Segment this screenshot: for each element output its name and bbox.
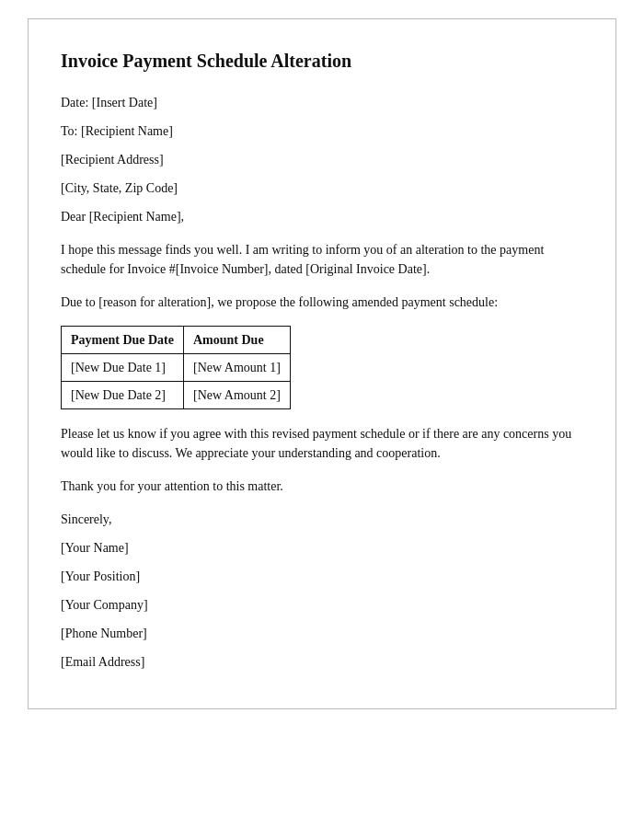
paragraph-4: Thank you for your attention to this mat…	[61, 477, 583, 497]
email-address: [Email Address]	[61, 652, 583, 672]
table-row: [New Due Date 1] [New Amount 1]	[62, 353, 291, 381]
city-line: [City, State, Zip Code]	[61, 178, 583, 198]
due-date-1: [New Due Date 1]	[62, 353, 184, 381]
document-title: Invoice Payment Schedule Alteration	[61, 47, 583, 75]
paragraph-2: Due to [reason for alteration], we propo…	[61, 293, 583, 313]
amount-1: [New Amount 1]	[183, 353, 290, 381]
col-header-amount-due: Amount Due	[183, 326, 290, 353]
amount-2: [New Amount 2]	[183, 381, 290, 408]
salutation: Dear [Recipient Name],	[61, 207, 583, 227]
table-header-row: Payment Due Date Amount Due	[62, 326, 291, 353]
closing: Sincerely,	[61, 510, 583, 529]
table-row: [New Due Date 2] [New Amount 2]	[62, 381, 291, 408]
date-line: Date: [Insert Date]	[61, 93, 583, 112]
page-container: Invoice Payment Schedule Alteration Date…	[0, 0, 644, 828]
phone-number: [Phone Number]	[61, 624, 583, 643]
your-name: [Your Name]	[61, 538, 583, 558]
document: Invoice Payment Schedule Alteration Date…	[28, 18, 616, 709]
col-header-due-date: Payment Due Date	[62, 326, 184, 353]
payment-schedule-table: Payment Due Date Amount Due [New Due Dat…	[61, 326, 291, 409]
paragraph-1: I hope this message finds you well. I am…	[61, 240, 583, 280]
due-date-2: [New Due Date 2]	[62, 381, 184, 408]
address-line: [Recipient Address]	[61, 150, 583, 169]
paragraph-3: Please let us know if you agree with thi…	[61, 424, 583, 464]
to-line: To: [Recipient Name]	[61, 121, 583, 141]
your-position: [Your Position]	[61, 567, 583, 586]
signature-block: Sincerely, [Your Name] [Your Position] […	[61, 510, 583, 672]
your-company: [Your Company]	[61, 595, 583, 615]
